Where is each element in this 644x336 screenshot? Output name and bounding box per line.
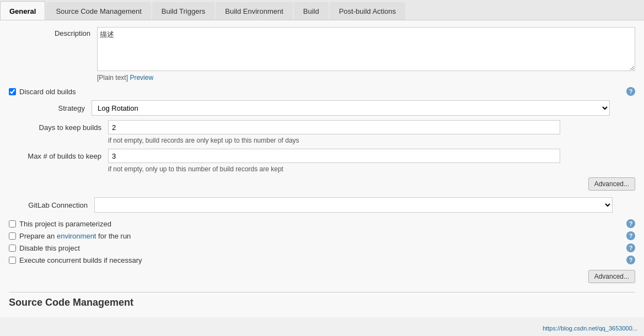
check-disable-help-icon[interactable]: ?	[626, 243, 635, 252]
tab-build[interactable]: Build	[294, 2, 329, 20]
tab-build-environment[interactable]: Build Environment	[216, 2, 293, 20]
days-keep-row: Days to keep builds	[20, 120, 635, 134]
tab-source-code-management[interactable]: Source Code Management	[46, 2, 151, 20]
environment-link[interactable]: environment	[57, 232, 96, 240]
check-concurrent-help-icon[interactable]: ?	[626, 256, 635, 264]
source-code-management-heading: Source Code Management	[9, 292, 635, 311]
discard-old-builds-label: Discard old builds	[19, 88, 76, 96]
advanced-button-1[interactable]: Advanced...	[588, 177, 635, 191]
check-parameterized-help-icon[interactable]: ?	[626, 219, 635, 228]
footer-link[interactable]: https://blog.csdn.net/qq_3653000...	[543, 325, 637, 332]
description-label: Description	[9, 27, 97, 37]
check-disable-row: Disable this project ?	[9, 243, 635, 252]
check-parameterized-checkbox[interactable]	[9, 220, 16, 227]
days-keep-input[interactable]	[108, 120, 560, 134]
check-prepare-env-help-icon[interactable]: ?	[626, 231, 635, 240]
main-content: Description [Plain text] Preview Discard…	[0, 20, 644, 317]
max-builds-input[interactable]	[108, 149, 560, 163]
check-concurrent-label: Execute concurrent builds if necessary	[19, 256, 142, 264]
strategy-label: Strategy	[20, 104, 92, 112]
discard-old-builds-help-icon[interactable]: ?	[626, 87, 635, 96]
check-concurrent-row: Execute concurrent builds if necessary ?	[9, 256, 635, 264]
gitlab-connection-label: GitLab Connection	[9, 201, 94, 209]
strategy-row: Strategy Log Rotation	[20, 100, 635, 116]
max-builds-row: Max # of builds to keep	[20, 149, 635, 163]
check-prepare-env-checkbox[interactable]	[9, 232, 16, 240]
plain-text-label: [Plain text]	[97, 74, 128, 82]
preview-link[interactable]: Preview	[130, 74, 153, 82]
tab-bar: General Source Code Management Build Tri…	[0, 0, 644, 20]
check-concurrent-checkbox[interactable]	[9, 257, 16, 264]
gitlab-connection-select[interactable]	[94, 197, 613, 213]
description-row: Description [Plain text] Preview	[9, 27, 635, 82]
description-format-links: [Plain text] Preview	[97, 74, 635, 82]
check-parameterized-row: This project is parameterized ?	[9, 219, 635, 228]
check-prepare-env-label: Prepare an environment for the run	[19, 232, 131, 240]
description-control-area: [Plain text] Preview	[97, 27, 635, 82]
tab-general[interactable]: General	[0, 1, 45, 20]
max-builds-label: Max # of builds to keep	[20, 152, 108, 160]
tab-build-triggers[interactable]: Build Triggers	[152, 2, 214, 20]
advanced-button-2[interactable]: Advanced...	[588, 270, 635, 283]
max-builds-hint: if not empty, only up to this number of …	[108, 165, 635, 173]
strategy-section: Strategy Log Rotation Days to keep build…	[20, 100, 635, 173]
description-textarea[interactable]	[97, 27, 635, 71]
discard-old-builds-row: Discard old builds ?	[9, 87, 635, 96]
advanced-btn2-row: Advanced...	[9, 270, 635, 283]
strategy-select[interactable]: Log Rotation	[92, 100, 610, 116]
advanced-btn1-row: Advanced...	[9, 177, 635, 191]
check-disable-label: Disable this project	[19, 244, 80, 252]
gitlab-connection-row: GitLab Connection	[9, 197, 635, 213]
discard-old-builds-checkbox[interactable]	[9, 88, 16, 95]
checkboxes-section: This project is parameterized ? Prepare …	[9, 219, 635, 264]
tab-post-build-actions[interactable]: Post-build Actions	[330, 2, 405, 20]
check-disable-checkbox[interactable]	[9, 245, 16, 252]
days-keep-label: Days to keep builds	[20, 123, 108, 132]
check-prepare-env-row: Prepare an environment for the run ?	[9, 231, 635, 240]
days-keep-hint: if not empty, build records are only kep…	[108, 137, 635, 144]
check-parameterized-label: This project is parameterized	[19, 220, 111, 228]
